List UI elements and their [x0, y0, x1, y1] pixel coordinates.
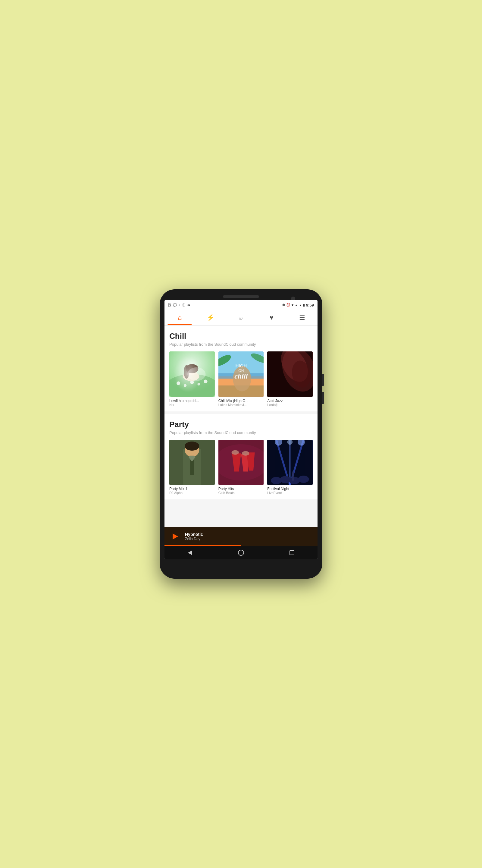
chill-subtitle: Popular playlists from the SoundCloud co… [169, 342, 313, 347]
svg-point-29 [185, 441, 199, 451]
home-button[interactable] [237, 549, 245, 557]
svg-point-2 [176, 381, 180, 385]
status-bar: 🖼 💬 ♪ Ⓔ ⏮ ✱ ⏰ ▾ ▲ ▲ ▮ 9:59 [164, 300, 318, 310]
playlist-highonchill-author: Lukas Marcinkevi... [218, 403, 264, 407]
music-status-icon: ♪ [179, 303, 181, 307]
playlist-lowfi-name: Lowfi hip hop chi... [169, 399, 215, 403]
media-status-icon: ⏮ [187, 303, 190, 307]
playlist-party1-name: Party Mix 1 [169, 487, 215, 491]
play-button[interactable] [169, 531, 180, 542]
thumb-highonchill: HIGH ON chill [218, 351, 264, 397]
volume-down-button[interactable] [322, 392, 324, 404]
heart-icon: ♥ [269, 314, 274, 321]
now-playing-title: Hypnotic [185, 532, 313, 537]
playlist-party2-name: Party Hits [218, 487, 264, 491]
alarm-icon: ⏰ [286, 303, 290, 307]
signal2-icon: ▲ [299, 304, 302, 307]
back-button[interactable] [186, 549, 194, 557]
svg-point-45 [289, 477, 300, 484]
phone-screen: 🖼 💬 ♪ Ⓔ ⏮ ✱ ⏰ ▾ ▲ ▲ ▮ 9:59 ⌂ ⚡ [164, 300, 318, 559]
home-circle-icon [238, 550, 244, 556]
main-content: Chill Popular playlists from the SoundCl… [164, 326, 318, 527]
nav-bar: ⌂ ⚡ ⌕ ♥ ☰ [164, 310, 318, 326]
svg-point-9 [186, 364, 198, 373]
nav-likes[interactable]: ♥ [256, 310, 287, 325]
nav-menu[interactable]: ☰ [287, 310, 318, 325]
now-playing-bar[interactable]: Hypnotic Zella Day [164, 527, 318, 546]
playlist-highonchill[interactable]: HIGH ON chill Chill Mix (High O... Lukas… [218, 351, 264, 407]
whatsapp-status-icon: 💬 [173, 303, 177, 307]
playlist-party2[interactable]: Party Hits Club Beats [218, 440, 264, 495]
recents-icon [289, 550, 294, 555]
wifi-icon: ▾ [292, 303, 293, 307]
home-icon: ⌂ [178, 314, 182, 321]
bluetooth-icon: ✱ [282, 303, 285, 307]
playlist-acidjazz[interactable]: Acid Jazz Lordafj [267, 351, 313, 407]
svg-point-8 [187, 364, 197, 375]
svg-point-5 [197, 383, 200, 385]
play-triangle-icon [172, 533, 178, 539]
party-title: Party [169, 420, 313, 429]
playlist-lowfi-author: Nix [169, 403, 215, 407]
status-right-icons: ✱ ⏰ ▾ ▲ ▲ ▮ 9:59 [282, 303, 314, 307]
playlist-party2-author: Club Beats [218, 491, 264, 495]
signal-icon: ▲ [295, 304, 298, 307]
svg-point-10 [184, 365, 189, 378]
svg-rect-47 [292, 471, 294, 480]
svg-point-1 [169, 374, 215, 397]
playlist-party1[interactable]: Party Mix 1 DJ Alpha [169, 440, 215, 495]
svg-point-7 [183, 372, 199, 381]
menu-icon: ☰ [299, 314, 305, 321]
recents-button[interactable] [288, 549, 296, 557]
volume-up-button[interactable] [322, 374, 324, 386]
chill-title: Chill [169, 332, 313, 341]
svg-point-38 [218, 444, 264, 481]
now-playing-artist: Zella Day [185, 537, 313, 541]
svg-point-6 [204, 379, 207, 383]
playlist-party3[interactable]: Festival Night LiveEvent [267, 440, 313, 495]
back-icon [188, 550, 192, 555]
playlist-acidjazz-name: Acid Jazz [267, 399, 313, 403]
playlist-party3-author: LiveEvent [267, 491, 313, 495]
battery-icon: ▮ [303, 304, 305, 307]
system-nav-bar [164, 546, 318, 559]
playlist-lowfi[interactable]: Lowfi hip hop chi... Nix [169, 351, 215, 407]
thumb-lowfi [169, 351, 215, 397]
party-playlist-row: Party Mix 1 DJ Alpha [169, 440, 313, 495]
svg-point-4 [190, 380, 194, 384]
playlist-party1-author: DJ Alpha [169, 491, 215, 495]
svg-point-46 [298, 475, 309, 483]
thumb-acidjazz [267, 351, 313, 397]
svg-text:HIGH: HIGH [235, 363, 247, 368]
clock: 9:59 [306, 303, 314, 307]
thumb-party3 [267, 440, 313, 485]
now-playing-info: Hypnotic Zella Day [180, 532, 313, 541]
nav-home[interactable]: ⌂ [164, 310, 195, 325]
svg-point-11 [187, 367, 205, 381]
phone-speaker [223, 296, 259, 298]
thumb-party2 [218, 440, 264, 485]
playlist-highonchill-name: Chill Mix (High O... [218, 399, 264, 403]
bolt-icon: ⚡ [206, 314, 215, 321]
playlist-acidjazz-author: Lordafj [267, 403, 313, 407]
party-section: Party Popular playlists from the SoundCl… [164, 414, 318, 500]
search-icon: ⌕ [239, 314, 243, 321]
nav-stream[interactable]: ⚡ [195, 310, 226, 325]
svg-text:chill: chill [234, 372, 248, 380]
chill-section: Chill Popular playlists from the SoundCl… [164, 326, 318, 411]
playback-progress [164, 545, 241, 546]
svg-point-3 [184, 384, 187, 387]
phone-device: 🖼 💬 ♪ Ⓔ ⏮ ✱ ⏰ ▾ ▲ ▲ ▮ 9:59 ⌂ ⚡ [160, 289, 322, 579]
email-status-icon: Ⓔ [182, 303, 185, 307]
status-left-icons: 🖼 💬 ♪ Ⓔ ⏮ [168, 303, 190, 307]
playlist-party3-name: Festival Night [267, 487, 313, 491]
image-status-icon: 🖼 [168, 303, 171, 307]
thumb-party1 [169, 440, 215, 485]
nav-search[interactable]: ⌕ [226, 310, 256, 325]
party-subtitle: Popular playlists from the SoundCloud co… [169, 430, 313, 435]
chill-playlist-row: Lowfi hip hop chi... Nix [169, 351, 313, 407]
